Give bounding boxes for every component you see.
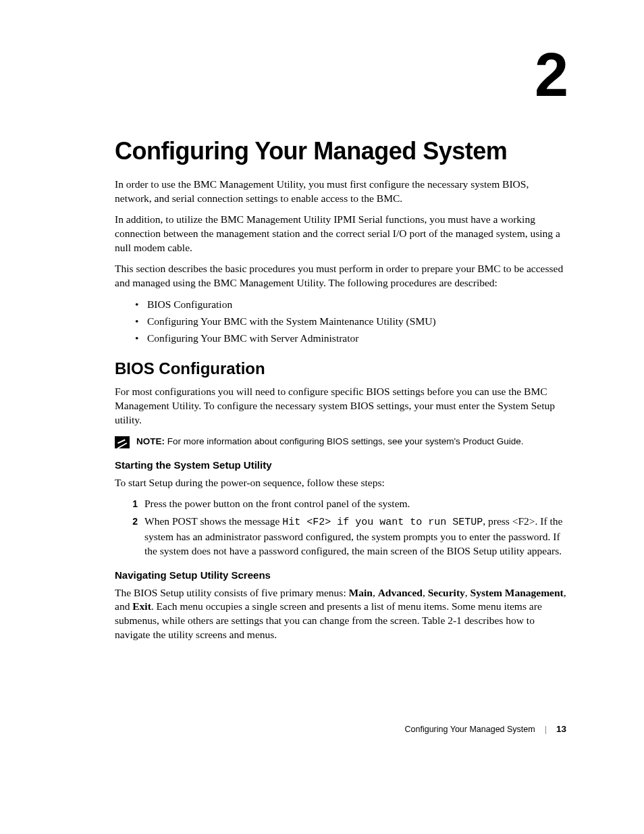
page-content: 2 Configuring Your Managed System In ord… bbox=[0, 0, 644, 689]
footer-page-number: 13 bbox=[556, 724, 566, 734]
chapter-number: 2 bbox=[115, 41, 566, 110]
paragraph: To start Setup during the power-on seque… bbox=[115, 476, 566, 490]
footer-divider: | bbox=[545, 725, 547, 734]
note-body: For more information about configuring B… bbox=[165, 436, 524, 446]
list-item: BIOS Configuration bbox=[135, 296, 566, 313]
paragraph: For most configurations you will need to… bbox=[115, 385, 566, 427]
menu-name: Security bbox=[428, 587, 465, 598]
bullet-list: BIOS Configuration Configuring Your BMC … bbox=[135, 296, 566, 346]
menu-name: Main bbox=[349, 587, 373, 598]
subsection-heading-starting-setup: Starting the System Setup Utility bbox=[115, 459, 566, 471]
menu-name: Advanced bbox=[378, 587, 423, 598]
nav-text-b: . Each menu occupies a single screen and… bbox=[115, 600, 542, 640]
step-text-a: When POST shows the message bbox=[144, 515, 282, 527]
list-item: Press the power button on the front cont… bbox=[126, 497, 566, 511]
note-text: NOTE: For more information about configu… bbox=[136, 436, 524, 448]
menu-name: Exit bbox=[132, 600, 151, 612]
note-icon bbox=[115, 436, 130, 448]
footer-title: Configuring Your Managed System bbox=[405, 725, 535, 734]
note-label: NOTE: bbox=[136, 436, 165, 446]
page-footer: Configuring Your Managed System | 13 bbox=[405, 724, 566, 734]
paragraph: The BIOS Setup utility consists of five … bbox=[115, 586, 566, 643]
note-block: NOTE: For more information about configu… bbox=[115, 436, 566, 448]
section-heading-bios-config: BIOS Configuration bbox=[115, 359, 566, 378]
paragraph: In addition, to utilize the BMC Manageme… bbox=[115, 213, 566, 255]
list-item: Configuring Your BMC with the System Mai… bbox=[135, 313, 566, 330]
menu-name: System Management bbox=[471, 587, 564, 598]
paragraph: This section describes the basic procedu… bbox=[115, 262, 566, 290]
list-item: Configuring Your BMC with Server Adminis… bbox=[135, 330, 566, 347]
code-text: Hit <F2> if you want to run SETUP bbox=[282, 517, 483, 528]
nav-text-a: The BIOS Setup utility consists of five … bbox=[115, 587, 349, 598]
subsection-heading-navigating: Navigating Setup Utility Screens bbox=[115, 569, 566, 581]
numbered-list: Press the power button on the front cont… bbox=[126, 497, 566, 558]
page-title: Configuring Your Managed System bbox=[115, 137, 566, 165]
paragraph: In order to use the BMC Management Utili… bbox=[115, 178, 566, 206]
list-item: When POST shows the message Hit <F2> if … bbox=[126, 515, 566, 558]
